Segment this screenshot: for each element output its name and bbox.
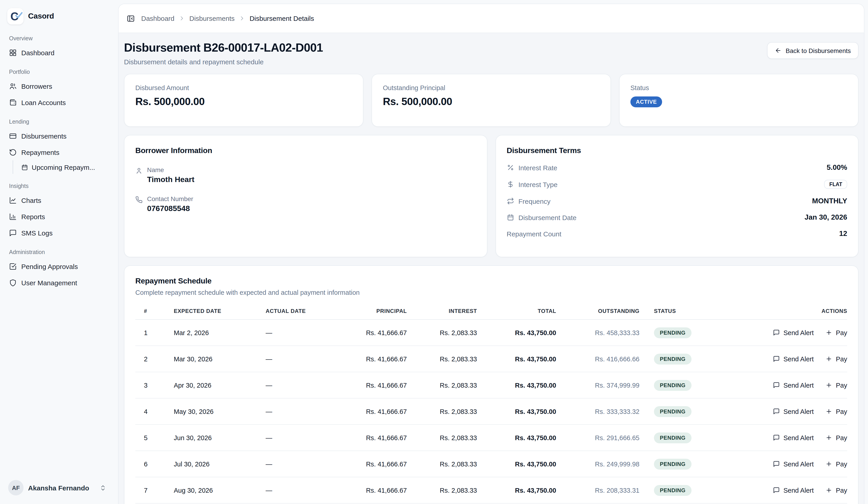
summary-cards: Disbursed Amount Rs. 500,000.00 Outstand…: [124, 74, 858, 127]
pay-button[interactable]: Pay: [825, 408, 847, 415]
expected-date: May 30, 2026: [174, 408, 266, 415]
message-square-icon: [9, 229, 17, 236]
send-alert-button[interactable]: Send Alert: [773, 329, 814, 336]
col-num: #: [135, 308, 174, 314]
bar-chart-icon: [9, 213, 17, 220]
section-label: Overview: [6, 35, 110, 42]
row-actions: Send Alert Pay: [737, 408, 847, 415]
nav-section-overview: Overview Dashboard: [6, 35, 110, 60]
sidebar-item-label: SMS Logs: [21, 229, 52, 236]
table-header: # EXPECTED DATE ACTUAL DATE PRINCIPAL IN…: [135, 308, 847, 320]
total: Rs. 43,750.00: [477, 329, 556, 336]
page-subtitle: Disbursement details and repayment sched…: [124, 58, 323, 65]
sidebar-item-pending-approvals[interactable]: Pending Approvals: [6, 259, 110, 273]
send-alert-button[interactable]: Send Alert: [773, 382, 814, 389]
sidebar-item-charts[interactable]: Charts: [6, 193, 110, 208]
sidebar-toggle-icon[interactable]: [127, 14, 135, 22]
message-square-icon: [773, 487, 780, 494]
send-alert-label: Send Alert: [783, 382, 814, 389]
send-alert-button[interactable]: Send Alert: [773, 434, 814, 441]
user-menu[interactable]: AF Akansha Fernando: [4, 478, 110, 498]
table-row: 1 Mar 2, 2026 — Rs. 41,666.67 Rs. 2,083.…: [135, 320, 847, 346]
schedule-title: Repayment Schedule: [135, 277, 847, 286]
breadcrumb-dashboard[interactable]: Dashboard: [141, 14, 174, 22]
table-row: 7 Aug 30, 2026 — Rs. 41,666.67 Rs. 2,083…: [135, 477, 847, 504]
frequency-value: MONTHLY: [812, 197, 847, 205]
send-alert-button[interactable]: Send Alert: [773, 355, 814, 363]
table-row: 3 Apr 30, 2026 — Rs. 41,666.67 Rs. 2,083…: [135, 372, 847, 399]
disbursement-terms-card: Disbursement Terms Interest Rate 5.00% I…: [495, 135, 858, 257]
repayment-count-value: 12: [839, 230, 847, 238]
total: Rs. 43,750.00: [477, 434, 556, 441]
main-panel: Dashboard Disbursements Disbursement Det…: [118, 4, 864, 504]
plus-icon: [825, 382, 832, 389]
back-to-disbursements-button[interactable]: Back to Disbursements: [767, 42, 858, 59]
field-label: Name: [147, 166, 194, 173]
pay-label: Pay: [836, 408, 847, 415]
send-alert-label: Send Alert: [783, 460, 814, 467]
repeat-icon: [507, 198, 514, 205]
pay-label: Pay: [836, 355, 847, 363]
chevron-right-icon: [239, 16, 245, 21]
user-name: Akansha Fernando: [28, 484, 95, 492]
repayment-schedule-card: Repayment Schedule Complete repayment sc…: [124, 265, 858, 504]
principal: Rs. 41,666.67: [330, 460, 407, 467]
page: C Casord Overview Dashboard Portfolio Bo…: [0, 0, 868, 504]
card-title: Borrower Information: [135, 146, 476, 155]
borrower-information-card: Borrower Information Name Timoth Heart C…: [124, 135, 487, 257]
total: Rs. 43,750.00: [477, 486, 556, 494]
disbursed-amount-card: Disbursed Amount Rs. 500,000.00: [124, 74, 363, 127]
pay-label: Pay: [836, 382, 847, 389]
pay-button[interactable]: Pay: [825, 329, 847, 336]
interest: Rs. 2,083.33: [407, 329, 477, 336]
card-label: Status: [630, 84, 847, 91]
sidebar-item-borrowers[interactable]: Borrowers: [6, 79, 110, 93]
message-square-icon: [773, 434, 780, 441]
pending-badge: PENDING: [654, 458, 692, 470]
pending-badge: PENDING: [654, 380, 692, 391]
col-total: TOTAL: [477, 308, 556, 314]
expected-date: Jul 30, 2026: [174, 460, 266, 467]
row-actions: Send Alert Pay: [737, 382, 847, 389]
sidebar-item-upcoming-repayments[interactable]: Upcoming Repaym...: [19, 160, 110, 174]
plus-icon: [825, 355, 832, 362]
line-chart-icon: [9, 196, 17, 204]
total: Rs. 43,750.00: [477, 460, 556, 467]
row-number: 7: [135, 486, 174, 494]
sidebar-item-user-management[interactable]: User Management: [6, 275, 110, 290]
plus-icon: [825, 434, 832, 441]
outstanding: Rs. 416,666.66: [556, 355, 639, 363]
sidebar-item-dashboard[interactable]: Dashboard: [6, 45, 110, 60]
sidebar-item-sms-logs[interactable]: SMS Logs: [6, 225, 110, 240]
phone-icon: [135, 196, 143, 213]
interest: Rs. 2,083.33: [407, 355, 477, 363]
layout-grid-icon: [9, 49, 17, 57]
col-actual-date: ACTUAL DATE: [266, 308, 330, 314]
brand[interactable]: C Casord: [6, 6, 110, 26]
term-row-disbursement-date: Disbursement Date Jan 30, 2026: [507, 209, 847, 225]
sidebar-item-disbursements[interactable]: Disbursements: [6, 129, 110, 143]
pay-button[interactable]: Pay: [825, 460, 847, 467]
sidebar-item-repayments[interactable]: Repayments: [6, 145, 110, 159]
breadcrumb-disbursements[interactable]: Disbursements: [189, 14, 235, 22]
status-badge: ACTIVE: [630, 97, 662, 107]
send-alert-button[interactable]: Send Alert: [773, 486, 814, 494]
pay-button[interactable]: Pay: [825, 486, 847, 494]
pay-button[interactable]: Pay: [825, 434, 847, 441]
send-alert-button[interactable]: Send Alert: [773, 408, 814, 415]
send-alert-button[interactable]: Send Alert: [773, 460, 814, 467]
table-row: 2 Mar 30, 2026 — Rs. 41,666.67 Rs. 2,083…: [135, 346, 847, 372]
expected-date: Aug 30, 2026: [174, 486, 266, 494]
expected-date: Mar 30, 2026: [174, 355, 266, 363]
send-alert-label: Send Alert: [783, 408, 814, 415]
sidebar-item-reports[interactable]: Reports: [6, 209, 110, 224]
principal: Rs. 41,666.67: [330, 382, 407, 389]
pay-button[interactable]: Pay: [825, 355, 847, 363]
send-alert-label: Send Alert: [783, 486, 814, 494]
principal: Rs. 41,666.67: [330, 486, 407, 494]
outstanding: Rs. 291,666.65: [556, 434, 639, 441]
sidebar-item-loan-accounts[interactable]: Loan Accounts: [6, 95, 110, 110]
pay-button[interactable]: Pay: [825, 382, 847, 389]
interest: Rs. 2,083.33: [407, 486, 477, 494]
plus-icon: [825, 461, 832, 467]
